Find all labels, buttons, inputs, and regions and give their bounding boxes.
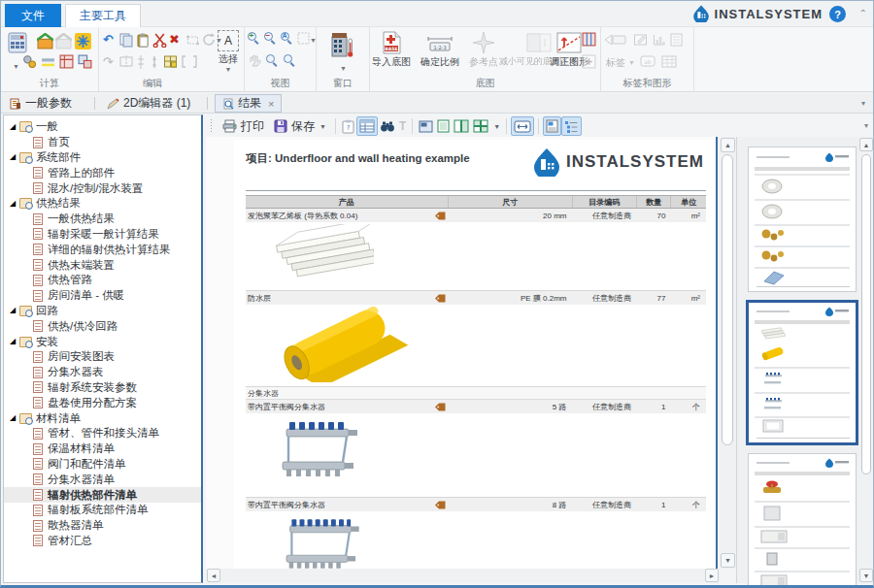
tree-item-general-heating-results[interactable]: 一般供热结果: [4, 212, 201, 227]
climate-calc-icon[interactable]: [75, 33, 91, 49]
tree-item-pipe-summary[interactable]: 管材汇总: [4, 534, 201, 549]
help-button[interactable]: ?: [829, 6, 846, 22]
thumbnail-page-3[interactable]: [748, 453, 857, 588]
expander-icon[interactable]: ◢: [10, 413, 19, 423]
thumbnail-page-2-selected[interactable]: [746, 300, 858, 445]
tree-item-home[interactable]: 首页: [4, 135, 201, 150]
calculator-icon[interactable]: [6, 31, 29, 54]
report-settings-button[interactable]: ?: [340, 116, 356, 136]
zoom-window-icon[interactable]: [284, 54, 296, 67]
basemap-layers-icon[interactable]: [582, 32, 596, 47]
expander-icon[interactable]: ◢: [10, 306, 19, 315]
scroll-left-button[interactable]: ◄: [207, 569, 220, 582]
scroll-thumb[interactable]: [722, 154, 733, 445]
collapse-ribbon-icon[interactable]: ⌃: [859, 8, 867, 18]
tree-group-heating-results[interactable]: ◢供热结果: [4, 196, 201, 212]
zoom-out-icon[interactable]: −: [264, 32, 277, 45]
catalog-tag-icon[interactable]: [435, 501, 446, 509]
set-scale-button[interactable]: 1-2-3 确定比例: [420, 31, 459, 69]
layout-dropdown-icon[interactable]: ▼: [493, 123, 500, 130]
window-dropdown-icon[interactable]: ▼: [340, 65, 347, 72]
tab-2d-editor[interactable]: 2D编辑器 (1): [100, 94, 197, 113]
thumbnail-page-1[interactable]: [748, 147, 857, 292]
calc-dropdown-icon[interactable]: ▼: [13, 63, 19, 70]
heating-calc-icon[interactable]: [37, 33, 53, 49]
tab-general-params[interactable]: 一般参数: [3, 94, 79, 113]
tree-item-coil-allocation[interactable]: 盘卷使用分配方案: [4, 395, 201, 410]
tree-item-radiant-panel-parts-list[interactable]: 辐射板系统部件清单: [4, 503, 201, 518]
scroll-up-button[interactable]: ▲: [859, 138, 873, 151]
page-layout-multi-button[interactable]: ▼: [471, 116, 502, 136]
thumbnails-vertical-scrollbar[interactable]: ▲ ▼: [859, 137, 874, 583]
page-layout-normal-button[interactable]: [417, 116, 435, 136]
tree-item-mixing-devices[interactable]: 混水/控制/混水装置: [4, 180, 201, 196]
thumbnails-panel-toggle[interactable]: [543, 116, 561, 136]
expander-icon[interactable]: ◢: [10, 152, 19, 162]
select-tool-button[interactable]: A 选择 ▼: [218, 30, 239, 73]
toolbar-overflow-icon[interactable]: ▾: [864, 121, 868, 130]
zoom-dropdown-icon[interactable]: ▼: [310, 37, 317, 44]
tab-results[interactable]: 结果 ×: [215, 94, 282, 113]
results-grid-icon[interactable]: [59, 54, 74, 69]
tree-item-heat-cool-circuits[interactable]: 供热/供冷回路: [4, 318, 201, 334]
tree-group-circuits[interactable]: ◢回路: [4, 304, 201, 319]
zoom-all-icon[interactable]: A: [281, 32, 293, 45]
pipe-sizing-icon[interactable]: [41, 54, 55, 69]
tree-item-manifold-table[interactable]: 分集水器表: [4, 365, 201, 380]
tree-item-heating-terminals[interactable]: 供热末端装置: [4, 257, 201, 273]
undo-icon[interactable]: ↶: [103, 32, 114, 47]
scroll-up-button[interactable]: ▲: [721, 138, 735, 152]
tree-item-insulation-list[interactable]: 保温材料清单: [4, 441, 201, 457]
tree-item-heating-pipes[interactable]: 供热管路: [4, 273, 201, 288]
delete-icon[interactable]: ✖: [169, 32, 180, 47]
page-layout-facing-button[interactable]: [452, 116, 471, 136]
tab-main-tools[interactable]: 主要工具: [65, 4, 141, 27]
tree-item-radiant-heating-parts-list[interactable]: 辐射供热部件清单: [4, 487, 201, 503]
calc-settings-icon[interactable]: [22, 54, 37, 69]
save-dropdown-icon[interactable]: ▼: [319, 123, 326, 130]
fit-width-toggle[interactable]: [511, 116, 534, 136]
find-button[interactable]: [378, 116, 397, 136]
tab-file[interactable]: 文件: [5, 4, 61, 27]
catalog-tag-icon[interactable]: [435, 403, 446, 411]
tree-item-valves-list[interactable]: 阀门和配件清单: [4, 457, 201, 473]
tree-item-room-install-charts[interactable]: 房间安装图表: [4, 349, 201, 365]
grid-snap-icon[interactable]: [163, 55, 178, 68]
import-basemap-button[interactable]: BASE 导入底图: [372, 31, 411, 69]
tree-item-manifold-list[interactable]: 分集水器清单: [4, 472, 201, 487]
scroll-down-button[interactable]: ▼: [859, 569, 873, 582]
copy-icon[interactable]: [119, 33, 133, 48]
catalog-tag-icon[interactable]: [435, 294, 446, 303]
cut-scissors-icon[interactable]: [152, 33, 167, 48]
tab-close-icon[interactable]: ×: [268, 98, 274, 110]
diagnostics-icon[interactable]: [78, 54, 92, 69]
tree-item-room-list-heating[interactable]: 房间清单 - 供暖: [4, 288, 201, 304]
print-button[interactable]: 打印: [218, 116, 269, 136]
scroll-down-button[interactable]: ▼: [721, 553, 735, 568]
tree-item-pipes-fittings-list[interactable]: 管材、管件和接头清单: [4, 426, 201, 441]
expander-icon[interactable]: ◢: [10, 337, 19, 346]
tree-item-radiant-general-results[interactable]: 辐射采暖一般计算结果: [4, 227, 201, 243]
tree-item-detailed-radiant-results[interactable]: 详细的辐射供热计算结果: [4, 242, 201, 257]
save-button[interactable]: 保存 ▼: [269, 116, 331, 136]
building-window-icon[interactable]: [330, 31, 355, 58]
tab-overflow-icon[interactable]: ▾: [861, 99, 865, 108]
catalog-tag-icon[interactable]: [435, 212, 446, 220]
tree-group-general[interactable]: ◢一般: [4, 119, 201, 135]
tree-group-material-lists[interactable]: ◢材料清单: [4, 410, 201, 426]
document-horizontal-scrollbar[interactable]: ◄ ►: [206, 569, 720, 583]
zoom-in-icon[interactable]: +: [248, 32, 260, 45]
tree-item-radiators-list[interactable]: 散热器清单: [4, 518, 201, 534]
tree-item-pipe-parts[interactable]: 管路上的部件: [4, 165, 201, 180]
expander-icon[interactable]: ◢: [10, 122, 19, 132]
document-vertical-scrollbar[interactable]: ▲ ▼: [720, 137, 736, 569]
scroll-thumb[interactable]: [861, 154, 871, 474]
tree-group-system-parts[interactable]: ◢系统部件: [4, 150, 201, 166]
scroll-right-button[interactable]: ►: [705, 569, 719, 582]
tree-group-installation[interactable]: ◢安装: [4, 334, 201, 349]
paste-icon[interactable]: [136, 33, 150, 48]
page-layout-single-button[interactable]: [435, 116, 452, 136]
table-view-toggle[interactable]: [356, 116, 378, 136]
outline-panel-toggle[interactable]: [561, 116, 582, 136]
zoom-previous-icon[interactable]: [266, 54, 279, 67]
